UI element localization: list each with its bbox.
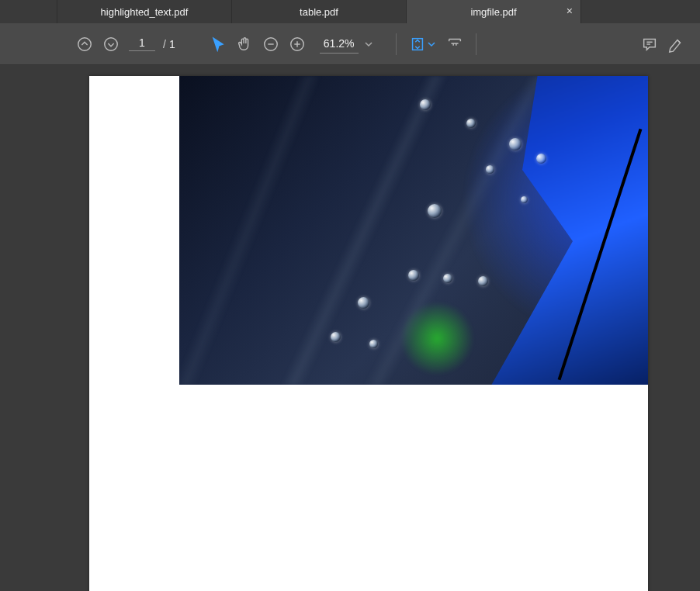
- svg-point-0: [78, 37, 92, 50]
- toolbar-separator: [476, 33, 476, 55]
- page-number-input[interactable]: [129, 36, 155, 51]
- select-tool-button[interactable]: [205, 31, 231, 57]
- tab-imgfile[interactable]: imgfile.pdf ×: [407, 0, 581, 23]
- tab-label: highlighted_text.pdf: [101, 6, 189, 18]
- toolbar-separator: [396, 33, 397, 55]
- toolbar: / 1 61.2%: [0, 23, 700, 65]
- embedded-image: [179, 76, 648, 385]
- tab-label: table.pdf: [300, 6, 338, 18]
- page-up-button[interactable]: [71, 31, 98, 57]
- fit-page-button[interactable]: [404, 31, 431, 57]
- zoom-level[interactable]: 61.2%: [320, 34, 359, 54]
- reflow-button[interactable]: [442, 31, 468, 57]
- close-icon[interactable]: ×: [567, 5, 573, 17]
- pdf-page: [89, 76, 648, 591]
- tab-label: imgfile.pdf: [470, 6, 516, 18]
- hand-tool-button[interactable]: [231, 31, 258, 57]
- fit-dropdown[interactable]: [428, 37, 435, 51]
- zoom-out-button[interactable]: [258, 31, 284, 57]
- page-down-button[interactable]: [98, 31, 124, 57]
- tab-bar: highlighted_text.pdf table.pdf imgfile.p…: [0, 0, 700, 23]
- zoom-in-button[interactable]: [284, 31, 310, 57]
- comment-button[interactable]: [636, 31, 663, 57]
- page-separator: /: [163, 38, 166, 50]
- svg-point-1: [105, 37, 118, 50]
- zoom-dropdown[interactable]: [365, 37, 373, 51]
- highlight-button[interactable]: [663, 31, 689, 57]
- tab-overflow-stub: [0, 0, 57, 23]
- tab-highlighted-text[interactable]: highlighted_text.pdf: [57, 0, 232, 23]
- document-viewer[interactable]: [0, 65, 700, 591]
- page-total: 1: [169, 38, 175, 50]
- tab-table[interactable]: table.pdf: [232, 0, 407, 23]
